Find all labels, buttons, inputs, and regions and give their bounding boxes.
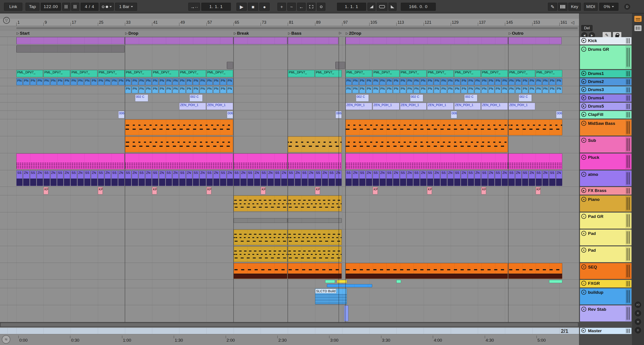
clip[interactable]: 002 C <box>464 94 478 102</box>
clip[interactable]: PN <box>434 86 440 93</box>
clip[interactable]: KP <box>427 187 432 194</box>
clip[interactable]: SS <box>138 170 145 186</box>
unfold-track-icon[interactable]: ▼ <box>581 248 586 253</box>
clip[interactable]: ZN <box>254 170 260 186</box>
clip[interactable] <box>234 37 287 44</box>
scrollbar-thumb[interactable] <box>1 323 578 327</box>
midi-map-button[interactable]: MIDI <box>584 3 598 11</box>
clip[interactable]: 006 <box>556 111 562 118</box>
clip[interactable]: PN <box>454 86 460 93</box>
clip[interactable] <box>337 280 347 283</box>
clip[interactable]: SS <box>302 170 308 186</box>
clip[interactable]: ZN <box>488 170 494 186</box>
clip[interactable]: PN <box>448 86 454 93</box>
clip[interactable]: PN <box>529 78 535 85</box>
clip[interactable]: PN <box>366 78 372 85</box>
clip[interactable]: SS <box>386 170 392 186</box>
clip[interactable] <box>227 62 233 69</box>
unfold-group-icon[interactable]: ≡ <box>581 281 586 286</box>
clip[interactable]: PN <box>152 78 158 85</box>
unfold-track-icon[interactable]: ▶ <box>581 38 586 43</box>
track-header-drums5[interactable]: ▶Drums5 <box>580 103 632 110</box>
clip[interactable]: PN <box>118 78 124 85</box>
clip[interactable]: SS <box>84 170 90 186</box>
track-lane-rev-stab[interactable] <box>0 305 579 322</box>
clip[interactable]: PML_DPV7_ <box>98 70 124 77</box>
clip[interactable]: SS <box>220 170 226 186</box>
clip[interactable]: 002 C <box>190 94 203 102</box>
clip[interactable]: PN <box>448 78 454 85</box>
clip[interactable]: PN <box>488 78 494 85</box>
clip[interactable]: PN <box>166 86 172 93</box>
clip[interactable]: SS <box>206 170 213 186</box>
track-header-fx-brass[interactable]: ▶FX Brass <box>580 187 632 195</box>
clip[interactable]: SS <box>98 170 104 186</box>
clip[interactable]: SS <box>125 170 131 186</box>
track-lane-midsaw-bass[interactable] <box>0 119 579 136</box>
clip[interactable]: SS <box>400 170 406 186</box>
clip[interactable]: PN <box>78 78 84 85</box>
clip[interactable] <box>288 230 342 245</box>
clip[interactable]: ZN <box>159 170 165 186</box>
clip[interactable]: PN <box>515 78 522 85</box>
clip[interactable]: ZN <box>172 170 179 186</box>
clip[interactable]: PN <box>152 86 158 93</box>
follow-button[interactable]: →·· <box>188 3 200 11</box>
clip[interactable]: ZN <box>420 170 426 186</box>
clip[interactable] <box>125 136 233 152</box>
clip[interactable] <box>396 280 401 283</box>
track-header-pad[interactable]: ▼Pad <box>580 246 632 262</box>
track-lane-drums4[interactable]: 002 C002 C002 C002 C002 C002 C <box>0 94 579 102</box>
track-header-seq[interactable]: ▼SEQ <box>580 263 632 279</box>
section-marker-break[interactable]: ▷Break <box>234 31 249 36</box>
clip[interactable]: PN <box>393 86 399 93</box>
clip[interactable]: ZEN_POH_1 <box>346 103 372 110</box>
clip[interactable]: PN <box>125 86 131 93</box>
section-marker-drop[interactable]: ▷Drop <box>125 31 138 36</box>
loop-brace-strip[interactable] <box>0 26 579 30</box>
clip[interactable]: PML_DPV7_ <box>70 70 97 77</box>
track-lane-drums5[interactable]: ZEN_POH_1ZEN_POH_1ZEN_POH_1ZEN_POH_1ZEN_… <box>0 102 579 111</box>
section-marker[interactable]: ▷ <box>339 31 342 35</box>
clip[interactable]: PN <box>508 86 514 93</box>
clip[interactable] <box>288 196 342 211</box>
clip[interactable]: PN <box>413 86 420 93</box>
clip[interactable]: SS <box>522 170 528 186</box>
clip[interactable]: ZN <box>308 170 314 186</box>
unfold-track-icon[interactable]: ▶ <box>581 87 586 92</box>
clip[interactable]: PN <box>37 78 43 85</box>
track-header-pad[interactable]: ▼Pad <box>580 230 632 245</box>
clip[interactable]: PN <box>380 78 386 85</box>
clip[interactable]: SS <box>111 170 118 186</box>
clip[interactable]: PML_DPV7_ <box>44 70 70 77</box>
clip[interactable]: SS <box>495 170 501 186</box>
track-header-drums4[interactable]: ▶Drums4 <box>580 94 632 102</box>
clip[interactable]: KP <box>315 187 320 194</box>
clip[interactable]: PN <box>542 78 548 85</box>
clip[interactable]: PN <box>481 78 488 85</box>
clip[interactable] <box>508 37 561 44</box>
nudge-down-button[interactable] <box>62 3 70 11</box>
clip[interactable]: ZN <box>448 170 454 186</box>
clip[interactable]: ZN <box>91 170 97 186</box>
clip[interactable]: ZN <box>37 170 43 186</box>
section-marker-bass[interactable]: ▷Bass <box>288 31 302 36</box>
re-enable-automation-button[interactable]: ← <box>297 3 306 11</box>
clip[interactable]: ZN <box>145 170 152 186</box>
clip[interactable]: PN <box>502 78 508 85</box>
clip[interactable]: PN <box>400 86 406 93</box>
clip[interactable]: SS <box>481 170 488 186</box>
clip[interactable]: PN <box>508 78 514 85</box>
clip[interactable] <box>288 263 342 279</box>
unfold-track-icon[interactable]: ▼ <box>581 231 586 236</box>
clip[interactable]: SS <box>440 170 447 186</box>
clip[interactable]: PN <box>413 78 420 85</box>
panel-toggle-r[interactable]: R <box>635 310 641 316</box>
overdub-button[interactable]: + <box>278 3 286 11</box>
track-lane-pad[interactable] <box>0 246 579 263</box>
clip[interactable]: PN <box>206 78 213 85</box>
unfold-track-icon[interactable]: ▶ <box>581 188 586 193</box>
track-lane-drums1[interactable]: PML_DPV7_PML_DPV7_PML_DPV7_PML_DPV7_PML_… <box>0 70 579 78</box>
clip[interactable]: PN <box>461 86 467 93</box>
clip[interactable]: ZN <box>556 170 562 186</box>
